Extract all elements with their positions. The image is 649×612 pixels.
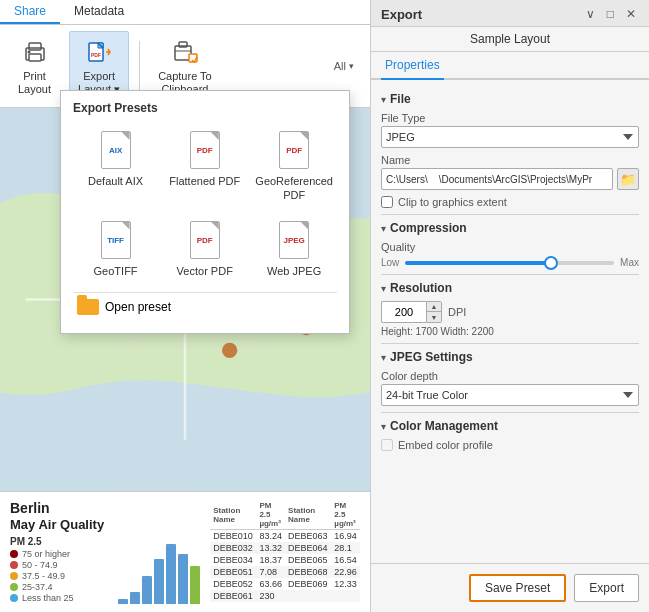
tab-metadata[interactable]: Metadata [60, 0, 138, 24]
ribbon-separator [139, 41, 140, 91]
legend-item-3: 37.5 - 49.9 [10, 571, 104, 581]
legend-dot-5 [10, 594, 18, 602]
table-cell: DEBE064 [285, 542, 331, 554]
preset-vector-pdf[interactable]: PDF Vector PDF [162, 215, 247, 282]
export-tabs: Properties [371, 52, 649, 80]
color-depth-select[interactable]: 24-bit True Color 8-bit 4-bit Grayscale [381, 384, 639, 406]
resolution-chevron-icon: ▾ [381, 283, 386, 294]
table-row: DEBE03213.32DEBE06428.1 [210, 542, 360, 554]
chevron-down-icon[interactable]: ∨ [583, 6, 598, 22]
preset-georeferenced-pdf[interactable]: PDF GeoReferenced PDF [251, 125, 337, 207]
jpeg-section-title: JPEG Settings [390, 350, 473, 364]
dpi-arrows: ▲ ▼ [426, 301, 442, 323]
embed-profile-checkbox[interactable] [381, 439, 393, 451]
header-icons: ∨ □ ✕ [583, 6, 639, 22]
table-row: DEBE03418.37DEBE06516.54 [210, 554, 360, 566]
right-panel: Export ∨ □ ✕ Sample Layout Properties ▾ … [370, 0, 649, 612]
preset-geo-tiff[interactable]: TIFF GeoTIFF [73, 215, 158, 282]
svg-rect-2 [29, 54, 41, 61]
dpi-up-arrow[interactable]: ▲ [427, 302, 441, 312]
table-cell: 7.08 [256, 566, 285, 578]
dpi-input[interactable] [381, 301, 426, 323]
table-cell: 16.94 [331, 530, 360, 543]
clip-checkbox[interactable] [381, 196, 393, 208]
export-subtitle: Sample Layout [371, 27, 649, 52]
export-footer: Save Preset Export [371, 563, 649, 612]
file-type-field: File Type JPEG PNG PDF TIFF [381, 112, 639, 148]
all-button[interactable]: All ▾ [328, 58, 360, 74]
all-chevron-icon: ▾ [349, 61, 354, 71]
resolution-section-header[interactable]: ▾ Resolution [381, 281, 639, 295]
bottom-info: Berlin May Air Quality PM 2.5 75 or high… [0, 491, 370, 612]
preset-aix-label: Default AIX [88, 174, 143, 188]
left-panel: Share Metadata PrintLayout [0, 0, 370, 612]
legend-item-1: 75 or higher [10, 549, 104, 559]
tab-properties[interactable]: Properties [381, 52, 444, 80]
browse-button[interactable]: 📁 [617, 168, 639, 190]
data-table: Station Name PM 2.5µg/m³ Station Name PM… [210, 500, 360, 604]
preset-jpeg-icon: JPEG [276, 219, 312, 261]
print-icon [19, 36, 51, 68]
file-section-header[interactable]: ▾ File [381, 92, 639, 106]
capture-icon [169, 36, 201, 68]
ribbon-tab-bar: Share Metadata [0, 0, 370, 25]
export-header: Export ∨ □ ✕ [371, 0, 649, 27]
chart-area [114, 500, 200, 604]
open-preset-button[interactable]: Open preset [73, 292, 337, 321]
jpeg-settings-section-header[interactable]: ▾ JPEG Settings [381, 350, 639, 364]
export-button[interactable]: Export [574, 574, 639, 602]
chart-bar-7 [190, 566, 200, 604]
max-label: Max [620, 257, 639, 268]
preset-flattened-pdf[interactable]: PDF Flattened PDF [162, 125, 247, 207]
dpi-down-arrow[interactable]: ▼ [427, 312, 441, 322]
preset-default-aix[interactable]: AIX Default AIX [73, 125, 158, 207]
preset-flat-pdf-label: Flattened PDF [169, 174, 240, 188]
close-icon[interactable]: ✕ [623, 6, 639, 22]
svg-point-21 [222, 343, 237, 358]
folder-icon [77, 299, 99, 315]
print-layout-button[interactable]: PrintLayout [10, 32, 59, 100]
color-management-section-header[interactable]: ▾ Color Management [381, 419, 639, 433]
print-layout-label: PrintLayout [18, 70, 51, 96]
table-cell: DEBE051 [210, 566, 256, 578]
legend-dot-3 [10, 572, 18, 580]
clip-checkbox-row: Clip to graphics extent [381, 196, 639, 208]
file-type-select[interactable]: JPEG PNG PDF TIFF [381, 126, 639, 148]
file-path-input[interactable] [381, 168, 613, 190]
slider-thumb[interactable] [544, 256, 558, 270]
svg-text:PDF: PDF [91, 52, 101, 58]
col-header-station1: Station Name [210, 500, 256, 530]
chart-bar-3 [142, 576, 152, 604]
table-row: DEBE05263.66DEBE06912.33 [210, 578, 360, 590]
resolution-section-title: Resolution [390, 281, 452, 295]
chart-bar-4 [154, 559, 164, 604]
legend-item-2: 50 - 74.9 [10, 560, 104, 570]
color-mgmt-section-title: Color Management [390, 419, 498, 433]
tab-share[interactable]: Share [0, 0, 60, 24]
embed-profile-row: Embed color profile [381, 439, 639, 451]
legend-dot-2 [10, 561, 18, 569]
compression-section-header[interactable]: ▾ Compression [381, 221, 639, 235]
dropdown-title: Export Presets [73, 101, 337, 115]
open-preset-label: Open preset [105, 300, 171, 314]
table-row: DEBE0517.08DEBE06822.96 [210, 566, 360, 578]
dpi-row: ▲ ▼ DPI [381, 301, 639, 323]
preset-web-jpeg[interactable]: JPEG Web JPEG [251, 215, 337, 282]
preset-vpdf-label: Vector PDF [177, 264, 233, 278]
maximize-icon[interactable]: □ [604, 6, 617, 22]
chart-bar-5 [166, 544, 176, 604]
file-section-title: File [390, 92, 411, 106]
table-cell: DEBE069 [285, 578, 331, 590]
export-presets-dropdown: Export Presets AIX Default AIX PDF Fla [60, 90, 350, 334]
table-cell: 28.1 [331, 542, 360, 554]
quality-slider-track[interactable] [405, 261, 614, 265]
legend: PM 2.5 75 or higher 50 - 74.9 37.5 - 49.… [10, 536, 104, 603]
save-preset-button[interactable]: Save Preset [469, 574, 566, 602]
table-cell: DEBE052 [210, 578, 256, 590]
file-path-row: 📁 [381, 168, 639, 190]
title-block: Berlin May Air Quality PM 2.5 75 or high… [10, 500, 104, 604]
preset-flat-pdf-icon: PDF [187, 129, 223, 171]
preset-jpeg-label: Web JPEG [267, 264, 321, 278]
table-cell: 13.32 [256, 542, 285, 554]
preset-aix-icon: AIX [98, 129, 134, 171]
